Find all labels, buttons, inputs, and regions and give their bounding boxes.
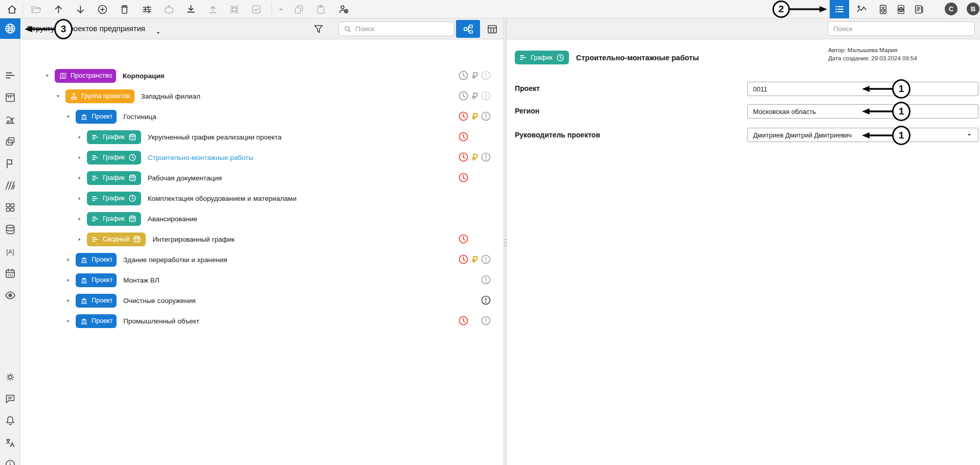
sidebar-item-gantt[interactable] (4, 69, 16, 82)
delete-button[interactable] (118, 3, 131, 16)
type-badge: График (87, 130, 141, 144)
add-button[interactable] (96, 3, 109, 16)
expand-caret-icon[interactable] (76, 154, 83, 161)
expand-caret-icon[interactable] (65, 318, 72, 324)
tree-row[interactable]: График Строительно-монтажные работы (21, 147, 504, 168)
settings-sliders-button[interactable] (140, 3, 153, 16)
sidebar-item-translate[interactable] (4, 436, 16, 449)
open-folder-icon (30, 4, 42, 15)
field-input[interactable] (748, 105, 978, 118)
ruble-icon (469, 151, 481, 163)
paste-button[interactable] (314, 3, 327, 16)
sidebar-item-text-format[interactable] (4, 245, 16, 258)
sidebar-item-comment[interactable] (4, 392, 16, 405)
ruble-icon (469, 90, 481, 102)
sidebar-item-theme[interactable] (4, 371, 16, 383)
toolbar-separator (271, 3, 272, 15)
tree-row[interactable]: График Авансирование (21, 208, 504, 229)
tree-row[interactable]: Сводный Интегрированный график (21, 229, 504, 249)
hierarchy-view-button[interactable] (456, 20, 480, 38)
detail-search-input[interactable] (828, 22, 974, 35)
sidebar-item-kanban[interactable] (4, 91, 16, 104)
row-label: Укрупненный график реализации проекта (148, 133, 282, 141)
sidebar-item-apps[interactable] (4, 201, 16, 214)
field-input-0 (747, 82, 978, 96)
user-settings-button[interactable] (337, 3, 350, 16)
type-badge: Пространство (55, 69, 116, 83)
sidebar-item-bell[interactable] (4, 414, 16, 427)
field-label: Регион (515, 107, 539, 115)
title-dropdown-icon[interactable] (155, 30, 162, 36)
list-view-button[interactable] (830, 0, 849, 18)
tree-row[interactable]: Проект Монтаж ВЛ (21, 270, 504, 290)
expand-caret-icon[interactable] (65, 297, 72, 304)
move-down-button[interactable] (74, 3, 87, 16)
sidebar-item-database[interactable] (4, 223, 16, 236)
clock-status-icon (458, 315, 469, 327)
expand-caret-icon[interactable] (76, 216, 83, 222)
sidebar-item-flag[interactable] (4, 157, 16, 170)
open-folder-button[interactable] (29, 3, 42, 16)
sidebar-item-hatch[interactable] (4, 179, 16, 192)
tree-row[interactable]: График Укрупненный график реализации про… (21, 127, 504, 147)
expand-caret-icon[interactable] (76, 195, 83, 202)
export-button[interactable] (206, 3, 219, 16)
tree-row[interactable]: График Рабочая документация (21, 168, 504, 188)
clock-status-icon (458, 151, 469, 163)
sidebar-separator (4, 218, 17, 219)
expand-caret-icon[interactable] (76, 175, 83, 181)
unpack-button[interactable] (162, 3, 175, 16)
table-view-button[interactable] (481, 20, 504, 38)
sidebar-item-info[interactable] (4, 458, 16, 465)
warn-icon (480, 110, 492, 122)
sidebar-item-layers[interactable] (4, 135, 16, 148)
tree-row[interactable]: Проект Очистные сооружения (21, 290, 504, 311)
sidebar-item-chart[interactable] (4, 113, 16, 126)
expand-caret-icon[interactable] (44, 73, 51, 79)
tree-panel-title[interactable]: Структура проектов предприятия (27, 24, 145, 33)
dropdown-button[interactable] (274, 3, 287, 16)
row-label: Гостиница (123, 113, 156, 121)
warn-icon (480, 274, 492, 286)
expand-caret-icon[interactable] (65, 113, 72, 120)
calendar-icon (4, 267, 16, 280)
tree-row[interactable]: График Комплектация оборудованием и мате… (21, 188, 504, 208)
filter-funnel-icon[interactable] (312, 23, 325, 35)
paste-icon (315, 4, 327, 15)
field-select-2[interactable]: Дмитриев Дмитрий Дмитриевич (747, 128, 978, 142)
report-globe-button[interactable] (894, 3, 907, 16)
sidebar-item-eye[interactable] (4, 289, 16, 301)
field-input-1 (747, 104, 978, 119)
letter-badge-C[interactable]: C (945, 3, 958, 15)
home-button[interactable] (5, 3, 18, 16)
clock-icon (458, 131, 469, 143)
expand-caret-icon[interactable] (76, 134, 83, 141)
sidebar-item-calendar[interactable] (4, 267, 16, 280)
report-news-button[interactable] (912, 3, 925, 16)
expand-caret-icon[interactable] (65, 277, 72, 284)
move-up-button[interactable] (52, 3, 65, 16)
expand-caret-icon[interactable] (65, 257, 72, 263)
tree-row[interactable]: Пространство Корпорация (21, 65, 504, 86)
report-clock-button[interactable] (876, 3, 890, 16)
multi-select-button[interactable] (249, 3, 263, 16)
tree-search-input[interactable] (339, 22, 454, 36)
ruble-status-icon (469, 151, 481, 163)
copy-button[interactable] (292, 3, 305, 16)
import-button[interactable] (184, 3, 197, 16)
tree-row[interactable]: Проект Промышленный объект (21, 311, 504, 331)
chart-icon (4, 113, 16, 126)
field-input[interactable] (748, 82, 978, 96)
sidebar-item-structure[interactable] (0, 18, 20, 39)
activity-button[interactable] (855, 3, 868, 16)
expand-caret-icon[interactable] (76, 236, 83, 243)
expand-caret-icon[interactable] (55, 93, 61, 100)
tree-row[interactable]: Проект Здание переработки и хранения (21, 249, 504, 270)
tree-row[interactable]: Проект Гостиница (21, 106, 504, 127)
type-badge-label: Проект (92, 317, 112, 324)
letter-badge-B[interactable]: B (967, 3, 979, 15)
add-icon (97, 4, 108, 15)
collapse-button[interactable] (227, 3, 241, 16)
tree-row[interactable]: Группа проектов Западный филиал (21, 86, 504, 106)
panel-splitter[interactable] (504, 18, 507, 465)
